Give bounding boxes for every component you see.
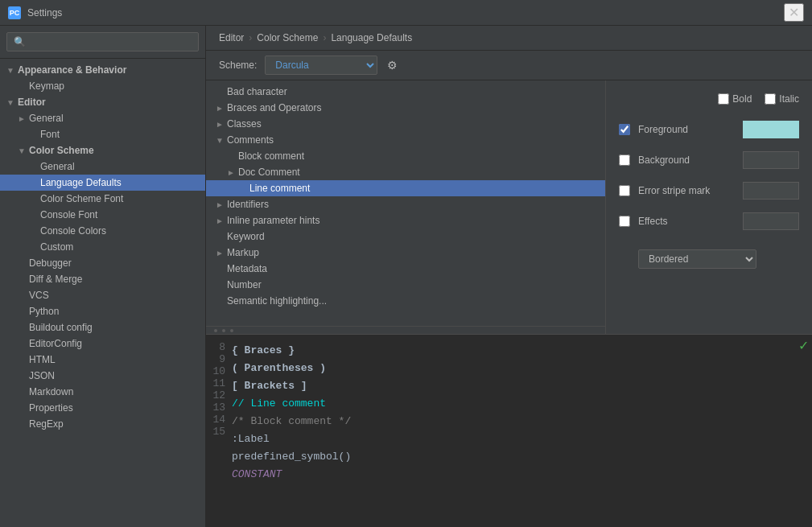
- line-num-15: 15: [212, 426, 225, 438]
- tree-item-markup[interactable]: ► Markup: [206, 245, 605, 261]
- italic-checkbox-label[interactable]: Italic: [765, 93, 799, 105]
- preview-right-bar: ✓: [796, 335, 812, 527]
- line-num-10: 10: [212, 365, 225, 377]
- sidebar-label: HTML: [29, 354, 56, 365]
- expand-arrow: ▼: [6, 66, 18, 75]
- expand-arrow: ►: [216, 104, 227, 113]
- line-numbers: 8 9 10 11 12 13 14 15: [206, 335, 232, 527]
- tree-item-line-comment[interactable]: Line comment: [206, 180, 605, 196]
- sidebar-label: General: [40, 161, 75, 172]
- sidebar-label: Properties: [29, 402, 73, 414]
- breadcrumb: Editor › Color Scheme › Language Default…: [206, 26, 812, 51]
- italic-label: Italic: [779, 93, 799, 105]
- sidebar-item-html[interactable]: HTML: [0, 352, 205, 368]
- tree-item-keyword[interactable]: Keyword: [206, 229, 605, 245]
- sidebar-item-general[interactable]: ► General: [0, 110, 205, 126]
- sidebar-item-json[interactable]: JSON: [0, 368, 205, 384]
- background-row: Background: [619, 151, 799, 169]
- gear-button[interactable]: ⚙: [385, 57, 399, 73]
- breadcrumb-color-scheme: Color Scheme: [257, 32, 318, 43]
- sidebar-item-appearance-behavior[interactable]: ▼ Appearance & Behavior: [0, 62, 205, 78]
- foreground-row: Foreground: [619, 121, 799, 138]
- effects-color-box[interactable]: [743, 212, 799, 230]
- code-line-10: [ Brackets ]: [232, 377, 796, 394]
- effects-label: Effects: [638, 216, 735, 227]
- tree-item-inline-param[interactable]: ► Inline parameter hints: [206, 212, 605, 229]
- expand-arrow: ►: [216, 200, 227, 209]
- sidebar-item-cs-general[interactable]: General: [0, 159, 205, 175]
- code-line-14: predefined_symbol(): [232, 447, 796, 465]
- scheme-select[interactable]: Darcula Default High contrast: [265, 56, 377, 75]
- sidebar-label: EditorConfig: [29, 338, 82, 349]
- tree-item-doc-comment[interactable]: ► Doc Comment: [206, 164, 605, 180]
- background-checkbox[interactable]: [619, 154, 630, 166]
- bold-checkbox[interactable]: [718, 93, 729, 105]
- breadcrumb-editor: Editor: [219, 32, 244, 43]
- sidebar-item-console-colors[interactable]: Console Colors: [0, 223, 205, 239]
- tree-item-braces-operators[interactable]: ► Braces and Operators: [206, 100, 605, 116]
- tree-item-comments[interactable]: ▼ Comments: [206, 132, 605, 148]
- tree-item-block-comment[interactable]: Block comment: [206, 148, 605, 164]
- bold-checkbox-label[interactable]: Bold: [718, 93, 752, 105]
- sidebar-item-buildout[interactable]: Buildout config: [0, 319, 205, 336]
- expand-arrow: ►: [216, 216, 227, 225]
- sidebar-item-color-scheme[interactable]: ▼ Color Scheme: [0, 142, 205, 159]
- code-line-15: CONSTANT: [232, 465, 796, 483]
- italic-checkbox[interactable]: [765, 93, 776, 105]
- sidebar-item-editorconfig[interactable]: EditorConfig: [0, 336, 205, 352]
- sidebar-item-properties[interactable]: Properties: [0, 400, 205, 416]
- effects-checkbox[interactable]: [619, 216, 630, 227]
- sidebar-item-console-font[interactable]: Console Font: [0, 207, 205, 223]
- sidebar-label: Python: [29, 306, 59, 317]
- error-stripe-color-box[interactable]: [743, 182, 799, 200]
- effects-type-select[interactable]: Bordered Underscored Bold Underscored: [638, 249, 756, 269]
- background-color-box[interactable]: [743, 151, 799, 169]
- sidebar-item-markdown[interactable]: Markdown: [0, 384, 205, 400]
- sidebar-item-vcs[interactable]: VCS: [0, 287, 205, 303]
- sidebar-label: Buildout config: [29, 322, 93, 333]
- error-stripe-checkbox[interactable]: [619, 185, 630, 196]
- sidebar-item-font[interactable]: Font: [0, 126, 205, 142]
- sidebar-item-regexp[interactable]: RegExp: [0, 416, 205, 432]
- tree-item-semantic[interactable]: Semantic highlighting...: [206, 293, 605, 309]
- foreground-checkbox[interactable]: [619, 124, 630, 135]
- expand-arrow: ►: [227, 168, 238, 177]
- accept-button[interactable]: ✓: [798, 338, 809, 353]
- sidebar-item-editor[interactable]: ▼ Editor: [0, 94, 205, 110]
- tree-item-label: Doc Comment: [238, 167, 300, 178]
- code-constant: CONSTANT: [232, 468, 282, 480]
- sidebar-item-keymap[interactable]: Keymap: [0, 78, 205, 94]
- line-num-11: 11: [212, 377, 225, 389]
- tree-item-classes[interactable]: ► Classes: [206, 116, 605, 132]
- tree-item-label: Metadata: [227, 263, 267, 274]
- close-button[interactable]: ✕: [784, 3, 804, 22]
- sidebar-item-debugger[interactable]: Debugger: [0, 255, 205, 271]
- tree-item-label: Classes: [227, 118, 262, 130]
- sidebar-item-language-defaults[interactable]: Language Defaults: [0, 175, 205, 191]
- preview-panel: 8 9 10 11 12 13 14 15 { Braces } ( Paren…: [206, 334, 812, 527]
- title-bar-left: PC Settings: [8, 6, 62, 19]
- code-line-comment: // Line comment: [232, 397, 326, 410]
- sidebar-item-diff-merge[interactable]: Diff & Merge: [0, 271, 205, 287]
- breadcrumb-sep2: ›: [323, 32, 326, 43]
- tree-item-identifiers[interactable]: ► Identifiers: [206, 196, 605, 212]
- code-label: :Label: [232, 433, 270, 445]
- tree-item-number[interactable]: Number: [206, 277, 605, 293]
- tree-item-metadata[interactable]: Metadata: [206, 261, 605, 277]
- search-input[interactable]: [6, 32, 199, 51]
- tree-item-label: Bad character: [227, 86, 287, 97]
- sidebar-item-cs-font[interactable]: Color Scheme Font: [0, 191, 205, 207]
- sidebar-label: Appearance & Behavior: [18, 64, 126, 76]
- code-brackets: [ Brackets ]: [232, 380, 307, 392]
- sidebar-item-python[interactable]: Python: [0, 303, 205, 319]
- bold-label: Bold: [732, 93, 752, 105]
- tree-item-label: Number: [227, 279, 262, 290]
- scheme-row: Scheme: Darcula Default High contrast ⚙: [206, 51, 812, 80]
- sidebar-item-custom[interactable]: Custom: [0, 239, 205, 255]
- expand-arrow: ▼: [216, 136, 227, 145]
- sidebar-label: RegExp: [29, 418, 64, 430]
- code-predef: predefined_symbol(): [232, 451, 351, 463]
- tree-item-bad-character[interactable]: Bad character: [206, 84, 605, 100]
- foreground-color-box[interactable]: [743, 121, 799, 138]
- code-line-11: // Line comment: [232, 394, 796, 412]
